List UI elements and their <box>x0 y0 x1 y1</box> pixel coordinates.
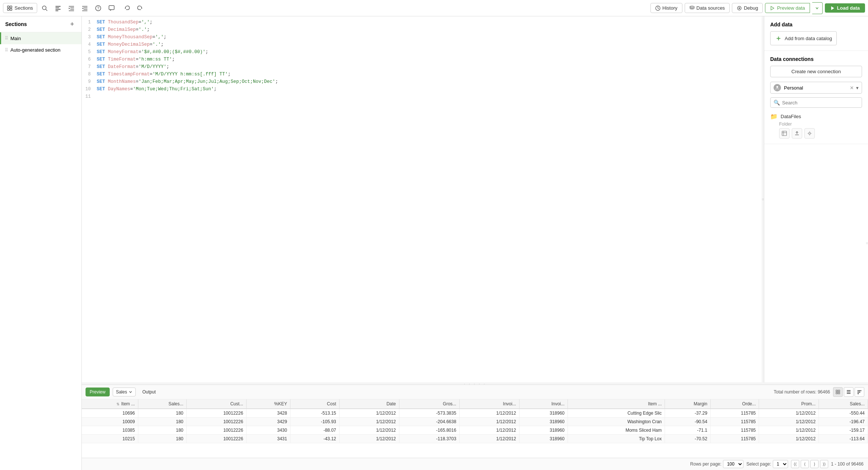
table-cell: 318960 <box>519 435 568 443</box>
preview-button[interactable]: Preview data <box>765 3 810 13</box>
search-icon <box>42 5 48 11</box>
table-cell: 3429 <box>246 418 290 426</box>
format-button[interactable] <box>52 2 64 14</box>
col-header-sales2[interactable]: Sales... <box>819 399 868 409</box>
code-editor[interactable]: 1SET ThousandSep=','; 2SET DecimalSep='.… <box>82 16 762 382</box>
rows-per-page-select[interactable]: 100 50 25 <box>723 460 743 468</box>
first-page-button[interactable]: ⟨⟨ <box>791 460 799 468</box>
col-header-prom[interactable]: Prom... <box>759 399 819 409</box>
select-page: Select page: 1 <box>746 460 788 468</box>
load-button[interactable]: Load data <box>825 3 865 13</box>
search-box: 🔍 <box>770 97 862 108</box>
table-cell: 1/12/2012 <box>459 409 519 418</box>
svg-rect-33 <box>782 131 787 136</box>
prev-page-button[interactable]: ⟨ <box>801 460 809 468</box>
table-cell: 10012226 <box>187 418 247 426</box>
load-icon <box>830 6 835 11</box>
col-header-pkey[interactable]: %KEY <box>246 399 290 409</box>
col-header-invoi2[interactable]: Invoi... <box>519 399 568 409</box>
col-header-gros[interactable]: Gros... <box>399 399 459 409</box>
view-list-button[interactable] <box>844 387 853 397</box>
table-cell: 1/12/2012 <box>759 435 819 443</box>
add-from-catalog-button[interactable]: ＋ Add from data catalog <box>770 31 837 45</box>
table-cell: -196.47 <box>819 418 868 426</box>
svg-rect-40 <box>838 392 840 394</box>
table-cell: 1/12/2012 <box>459 418 519 426</box>
sidebar-item-main[interactable]: ⠿ Main 🗑 <box>0 32 81 44</box>
view-tiles-button[interactable] <box>855 387 864 397</box>
sidebar-item-autogenerated-label: Auto-generated section <box>10 47 78 53</box>
table-cell: -71.1 <box>665 426 711 435</box>
preview-label: Preview data <box>777 5 805 11</box>
svg-rect-2 <box>7 9 9 10</box>
file-action-2[interactable] <box>792 128 802 139</box>
indent-button[interactable] <box>65 2 77 14</box>
next-page-button[interactable]: ⟩ <box>810 460 819 468</box>
file-action-3[interactable] <box>804 128 815 139</box>
col-header-item-num[interactable]: ⇅Item ... <box>82 399 138 409</box>
datafiles-row: 📁 DataFiles <box>770 111 862 121</box>
main-toolbar: Sections ? History <box>0 0 868 16</box>
drag-handle-icon-2: ⠿ <box>5 48 8 53</box>
table-cell: 1/12/2012 <box>459 435 519 443</box>
svg-rect-48 <box>859 392 860 393</box>
create-connection-button[interactable]: Create new connection <box>770 66 862 77</box>
search-button[interactable] <box>39 2 51 14</box>
col-header-cust[interactable]: Cust... <box>187 399 247 409</box>
table-cell: -550.44 <box>819 409 868 418</box>
file-action-1[interactable] <box>779 128 790 139</box>
table-cell: 1/12/2012 <box>759 426 819 435</box>
svg-rect-45 <box>859 390 860 391</box>
preview-dropdown-button[interactable] <box>812 2 823 14</box>
svg-rect-46 <box>861 390 861 391</box>
svg-rect-42 <box>847 392 851 392</box>
col-header-invoi1[interactable]: Invoi... <box>459 399 519 409</box>
debug-button[interactable]: Debug <box>732 3 763 13</box>
col-header-item2[interactable]: Item ... <box>568 399 665 409</box>
col-header-cost[interactable]: Cost <box>290 399 339 409</box>
add-section-button[interactable]: + <box>68 20 76 28</box>
undo-icon <box>124 5 130 11</box>
table-cell: 3428 <box>246 409 290 418</box>
rows-per-page: Rows per page: 100 50 25 <box>690 460 743 468</box>
personal-dropdown[interactable]: Personal ✕ ▾ <box>770 82 862 94</box>
sections-button[interactable]: Sections <box>3 3 37 13</box>
svg-rect-1 <box>10 6 12 8</box>
history-button[interactable]: History <box>650 3 682 13</box>
last-page-button[interactable]: ⟩⟩ <box>820 460 828 468</box>
close-icon[interactable]: ✕ <box>850 85 854 91</box>
output-tab[interactable]: Output <box>139 388 160 396</box>
table-row: 10215180100122263431-43.121/12/2012-118.… <box>82 435 868 443</box>
datasources-icon <box>689 6 695 11</box>
comment-button[interactable] <box>106 2 118 14</box>
table-cell: 1/12/2012 <box>759 418 819 426</box>
redo-button[interactable] <box>134 2 146 14</box>
svg-marker-14 <box>69 7 70 9</box>
datasources-button[interactable]: Data sources <box>685 3 730 13</box>
table-cell: 1/12/2012 <box>759 409 819 418</box>
table-cell: 180 <box>138 418 186 426</box>
code-line-6: 6SET TimeFormat='h:mm:ss TT'; <box>82 56 762 64</box>
page-select[interactable]: 1 <box>773 460 788 468</box>
svg-marker-30 <box>771 6 774 10</box>
outdent-button[interactable] <box>79 2 91 14</box>
table-select-dropdown[interactable]: Sales <box>113 388 136 396</box>
total-rows-label: Total number of rows: 96466 <box>774 389 830 395</box>
code-line-10: 10SET DayNames='Mon;Tue;Wed;Thu;Fri;Sat;… <box>82 86 762 94</box>
sidebar-item-autogenerated[interactable]: ⠿ Auto-generated section <box>0 44 81 56</box>
col-header-date[interactable]: Date <box>339 399 399 409</box>
help-button[interactable]: ? <box>92 2 104 14</box>
view-grid-button[interactable] <box>833 387 843 397</box>
search-input[interactable] <box>782 100 859 106</box>
col-header-sales[interactable]: Sales... <box>138 399 186 409</box>
col-header-orde[interactable]: Orde... <box>710 399 759 409</box>
undo-button[interactable] <box>121 2 133 14</box>
svg-rect-6 <box>55 6 61 7</box>
debug-icon <box>737 6 742 11</box>
table-cell: Moms Sliced Ham <box>568 426 665 435</box>
col-header-margin[interactable]: Margin <box>665 399 711 409</box>
chevron-down-icon-2: ▾ <box>856 85 859 91</box>
svg-rect-8 <box>55 9 61 10</box>
svg-rect-39 <box>836 392 838 394</box>
preview-tab[interactable]: Preview <box>86 388 110 396</box>
